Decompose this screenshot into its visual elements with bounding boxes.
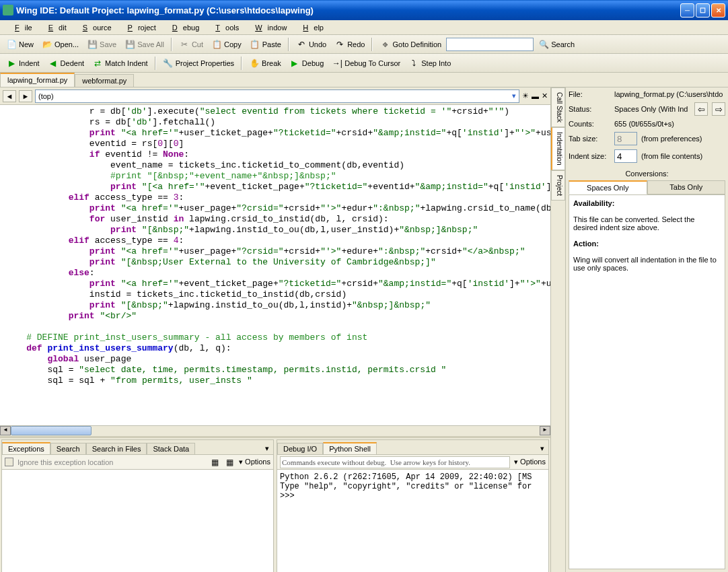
counts-label: Counts: bbox=[569, 120, 610, 128]
separator bbox=[171, 38, 172, 51]
shell-msg: Commands execute without debug. Use arro… bbox=[280, 456, 510, 468]
toolbar-main: 📄New 📂Open... 💾Save 💾Save All ✂Cut 📋Copy… bbox=[0, 35, 728, 54]
indentation-panel: File:lapwing_format.py (C:\users\htdo St… bbox=[566, 87, 728, 572]
vtab-callstack[interactable]: Call Stack bbox=[551, 87, 565, 127]
step-into-button[interactable]: ⤵Step Into bbox=[405, 56, 454, 71]
tab-stack-data[interactable]: Stack Data bbox=[147, 443, 195, 454]
cut-button[interactable]: ✂Cut bbox=[176, 37, 207, 52]
menu-edit[interactable]: Edit bbox=[38, 22, 72, 33]
nav-back-button[interactable]: ◄ bbox=[3, 90, 16, 102]
new-icon: 📄 bbox=[6, 39, 17, 50]
open-button[interactable]: 📂Open... bbox=[38, 37, 82, 52]
availability-text: This file can be converted. Select the d… bbox=[573, 215, 694, 231]
tab-spaces-only[interactable]: Spaces Only bbox=[569, 180, 647, 194]
vtab-indentation[interactable]: Indentation bbox=[551, 127, 565, 170]
break-button[interactable]: ✋Break bbox=[246, 56, 285, 71]
bottom-right-tabs: Debug I/O Python Shell ▾ bbox=[277, 440, 548, 455]
nav-bar: ◄ ► (top)▾ ☀ ▬ ✕ bbox=[0, 87, 550, 105]
dedent-icon: ◀ bbox=[48, 58, 59, 69]
minimize-button[interactable]: ─ bbox=[680, 3, 694, 17]
new-button[interactable]: 📄New bbox=[3, 37, 37, 52]
separator bbox=[288, 38, 289, 51]
paste-button[interactable]: 📋Paste bbox=[246, 37, 285, 52]
file-tab-active[interactable]: lapwing_format.py bbox=[0, 73, 75, 87]
dash-icon[interactable]: ▬ bbox=[532, 92, 539, 100]
open-icon: 📂 bbox=[42, 39, 52, 50]
conversion-body: Availability: This file can be converted… bbox=[569, 195, 725, 569]
nav-fwd-button[interactable]: ► bbox=[19, 90, 32, 102]
tab-python-shell[interactable]: Python Shell bbox=[323, 442, 377, 454]
menu-help[interactable]: Help bbox=[292, 22, 329, 33]
toolbar-secondary: ▶Indent ◀Dedent ⇄Match Indent 🔧Project P… bbox=[0, 54, 728, 73]
scroll-right-icon[interactable]: ► bbox=[540, 426, 550, 435]
conversions-header: Conversions: bbox=[569, 170, 725, 178]
separator bbox=[241, 57, 242, 70]
file-tabs: lapwing_format.py webformat.py bbox=[0, 73, 728, 87]
options-menu[interactable]: ▾ Options bbox=[239, 458, 270, 466]
redo-icon: ↷ bbox=[334, 39, 345, 50]
panel-menu-icon[interactable]: ▾ bbox=[261, 443, 273, 454]
debug-button[interactable]: ▶Debug bbox=[286, 56, 327, 71]
tab-debug-io[interactable]: Debug I/O bbox=[277, 443, 323, 454]
menu-source[interactable]: Source bbox=[72, 22, 117, 33]
chevron-down-icon: ▾ bbox=[512, 92, 516, 100]
panel-menu-icon[interactable]: ▾ bbox=[536, 443, 548, 454]
exceptions-content bbox=[2, 470, 273, 572]
shell-content[interactable]: Python 2.6.2 (r262:71605, Apr 14 2009, 2… bbox=[277, 470, 548, 572]
scope-combo[interactable]: (top)▾ bbox=[35, 90, 519, 103]
maximize-button[interactable]: ☐ bbox=[696, 3, 710, 17]
menu-project[interactable]: Project bbox=[117, 22, 161, 33]
app-icon bbox=[3, 5, 13, 15]
bottom-right-panel: Debug I/O Python Shell ▾ Commands execut… bbox=[277, 439, 549, 572]
options-menu[interactable]: ▾ Options bbox=[514, 458, 546, 466]
scroll-thumb[interactable] bbox=[11, 426, 92, 435]
tab-search-files[interactable]: Search in Files bbox=[86, 443, 147, 454]
clear-icon[interactable]: ▦ bbox=[209, 457, 220, 468]
menu-bar: FileEditSourceProjectDebugToolsWindowHel… bbox=[0, 20, 728, 35]
tab-tabs-only[interactable]: Tabs Only bbox=[647, 180, 726, 194]
menu-window[interactable]: Window bbox=[244, 22, 292, 33]
copy-icon[interactable]: ▦ bbox=[224, 457, 235, 468]
menu-debug[interactable]: Debug bbox=[161, 22, 205, 33]
counts-value: 655 (0t/655s/0t+s) bbox=[614, 120, 725, 128]
close-pane-icon[interactable]: ✕ bbox=[542, 92, 548, 100]
tab-exceptions[interactable]: Exceptions bbox=[2, 442, 50, 454]
bottom-left-tabs: Exceptions Search Search in Files Stack … bbox=[2, 440, 273, 455]
undo-button[interactable]: ↶Undo bbox=[293, 37, 330, 52]
h-scrollbar[interactable]: ◄ ► bbox=[0, 425, 550, 436]
close-button[interactable]: ✕ bbox=[711, 3, 725, 17]
code-editor[interactable]: r = db['db'].execute("select eventid fro… bbox=[0, 105, 550, 425]
search-button[interactable]: 🔍Search bbox=[535, 37, 578, 52]
tab-search[interactable]: Search bbox=[50, 443, 86, 454]
redo-button[interactable]: ↷Redo bbox=[331, 37, 368, 52]
file-tab[interactable]: webformat.py bbox=[75, 74, 134, 87]
match-indent-button[interactable]: ⇄Match Indent bbox=[89, 56, 151, 71]
indent-icon: ▶ bbox=[6, 58, 17, 69]
bottom-panels: Exceptions Search Search in Files Stack … bbox=[0, 436, 550, 572]
saveall-button[interactable]: 💾Save All bbox=[121, 37, 168, 52]
tabsize-label: Tab size: bbox=[569, 135, 610, 143]
action-header: Action: bbox=[573, 240, 599, 248]
file-label: File: bbox=[569, 90, 610, 98]
ignore-checkbox[interactable] bbox=[5, 458, 13, 466]
goto-icon: ⎆ bbox=[379, 39, 390, 50]
sun-icon[interactable]: ☀ bbox=[522, 92, 529, 100]
vtab-project[interactable]: Project bbox=[551, 170, 565, 201]
menu-file[interactable]: File bbox=[4, 22, 38, 33]
prev-button[interactable]: ⇦ bbox=[694, 102, 708, 116]
status-value: Spaces Only (With Ind bbox=[614, 105, 690, 113]
scroll-left-icon[interactable]: ◄ bbox=[0, 426, 11, 435]
menu-tools[interactable]: Tools bbox=[205, 22, 244, 33]
indentsize-input[interactable] bbox=[614, 149, 637, 163]
goto-button[interactable]: ⎆Goto Definition bbox=[376, 37, 445, 52]
match-icon: ⇄ bbox=[92, 58, 103, 69]
side-tabs: Call Stack Indentation Project bbox=[550, 87, 565, 572]
dedent-button[interactable]: ◀Dedent bbox=[44, 56, 87, 71]
next-button[interactable]: ⇨ bbox=[712, 102, 725, 116]
indent-button[interactable]: ▶Indent bbox=[3, 56, 43, 71]
debug-to-cursor-button[interactable]: →|Debug To Cursor bbox=[328, 56, 404, 71]
project-props-button[interactable]: 🔧Project Properties bbox=[159, 56, 238, 71]
search-input[interactable] bbox=[446, 38, 534, 51]
save-button[interactable]: 💾Save bbox=[83, 37, 120, 52]
copy-button[interactable]: 📋Copy bbox=[208, 37, 245, 52]
